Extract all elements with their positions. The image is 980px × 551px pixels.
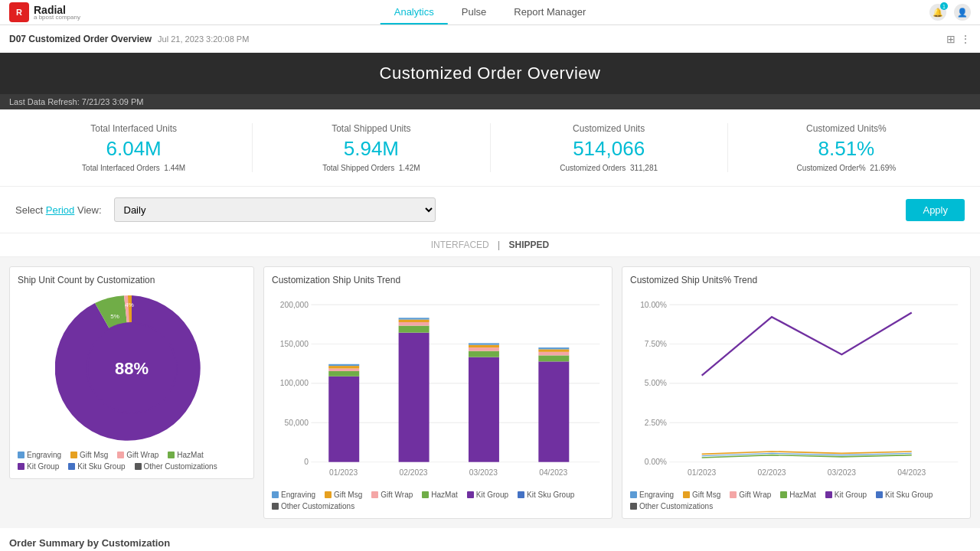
nav-tabs: Analytics Pulse Report Manager — [381, 0, 600, 24]
breadcrumb-date: Jul 21, 2023 3:20:08 PM — [158, 34, 249, 44]
bar-legend-dot-giftwrap — [371, 491, 378, 498]
user-icon[interactable]: 👤 — [954, 4, 971, 21]
bar-03-giftmsg — [469, 345, 499, 347]
breadcrumb-left: D07 Customized Order Overview Jul 21, 20… — [9, 34, 249, 44]
line-x-02: 02/2023 — [757, 468, 786, 477]
toggle-interfaced[interactable]: INTERFACED — [431, 240, 489, 250]
pie-legend: Engraving Gift Msg Gift Wrap HazMat Kit … — [18, 451, 246, 471]
bar-legend-giftwrap: Gift Wrap — [371, 491, 413, 499]
line-legend-hazmat: HazMat — [780, 491, 815, 499]
line-chart-title: Customized Ship Units% Trend — [630, 275, 962, 285]
notification-icon[interactable]: 🔔 1 — [929, 4, 946, 21]
nav-right: 🔔 1 👤 — [929, 4, 980, 21]
top-navigation: R Radial a bpost company Analytics Pulse… — [0, 0, 980, 25]
legend-dot-giftwrap — [117, 452, 124, 458]
bar-x-01: 01/2023 — [329, 468, 358, 477]
kpi-customized-units-pct: Customized Units% 8.51% Customized Order… — [728, 123, 965, 172]
line-legend-giftwrap: Gift Wrap — [730, 491, 771, 499]
kpi-sub-1: Total Shipped Orders 1.42M — [260, 164, 482, 172]
tab-pulse[interactable]: Pulse — [448, 0, 501, 24]
bar-legend-dot-kitgroup — [467, 491, 474, 498]
bar-legend-dot-hazmat — [422, 491, 429, 498]
kpi-customized-units: Customized Units 514,066 Customized Orde… — [491, 123, 728, 172]
line-legend-dot-kitgroup — [825, 491, 832, 498]
breadcrumb-icons: ⊞ ⋮ — [946, 33, 971, 45]
bar-02-engraving — [399, 318, 430, 319]
pie-chart-panel: Ship Unit Count by Customization 88% 5% … — [9, 266, 254, 479]
kpi-value-2: 514,066 — [498, 137, 720, 161]
bar-chart-panel: Customization Ship Units Trend 200,000 1… — [263, 266, 612, 519]
line-y-0: 0.00% — [645, 458, 667, 466]
bar-01-giftmsg — [328, 366, 359, 368]
logo-text: Radial a bpost company — [34, 4, 80, 21]
page-header: Customized Order Overview — [0, 53, 980, 94]
line-chart-panel: Customized Ship Units% Trend 10.00% 7.50… — [622, 266, 971, 519]
bar-chart-svg: 200,000 150,000 100,000 50,000 0 — [272, 292, 604, 484]
kpi-total-shipped-units: Total Shipped Units 5.94M Total Shipped … — [253, 123, 490, 172]
line-legend-dot-engraving — [630, 491, 637, 498]
more-options-icon[interactable]: ⋮ — [960, 33, 971, 45]
bar-legend-dot-kitsku — [518, 491, 524, 498]
kpi-sub-0: Total Interfaced Orders 1.44M — [23, 164, 244, 172]
apply-button[interactable]: Apply — [906, 199, 965, 221]
bar-legend-other: Other Customizations — [272, 502, 354, 510]
bar-legend-hazmat: HazMat — [422, 491, 457, 499]
tab-analytics[interactable]: Analytics — [381, 0, 448, 24]
kpi-label-0: Total Interfaced Units — [23, 123, 244, 134]
line-x-01: 01/2023 — [688, 468, 716, 477]
bar-legend-kitgroup: Kit Group — [467, 491, 508, 499]
legend-dot-kitgroup — [18, 463, 24, 470]
legend-dot-other — [135, 463, 142, 470]
line-legend-dot-hazmat — [780, 491, 787, 498]
line-y-5: 5.00% — [645, 379, 667, 387]
tab-report-manager[interactable]: Report Manager — [500, 0, 599, 24]
line-legend-kitgroup: Kit Group — [825, 491, 867, 499]
filter-label: Select Period View: — [15, 204, 102, 216]
kpi-label-2: Customized Units — [498, 123, 720, 134]
table-section-title: Order Summary by Customization — [9, 534, 971, 551]
page-title: Customized Order Overview — [11, 64, 969, 83]
line-y-75: 7.50% — [645, 340, 667, 348]
charts-area: Ship Unit Count by Customization 88% 5% … — [0, 257, 980, 528]
bar-legend-dot-engraving — [272, 491, 279, 498]
kpi-value-0: 6.04M — [23, 137, 244, 161]
line-legend-engraving: Engraving — [630, 491, 674, 499]
line-legend-giftmsg: Gift Msg — [683, 491, 720, 499]
kpi-label-3: Customized Units% — [736, 123, 957, 134]
line-legend-dot-giftwrap — [730, 491, 737, 498]
pie-center-label: 88% — [115, 359, 149, 378]
bar-04-engraving — [538, 347, 569, 349]
legend-dot-kitskugroup — [68, 463, 75, 470]
bar-04-hazmat — [538, 355, 569, 361]
line-legend-kitsku: Kit Sku Group — [876, 491, 933, 499]
bar-x-04: 04/2023 — [539, 468, 567, 477]
toggle-shipped[interactable]: SHIPPED — [509, 240, 550, 250]
bar-y-50k: 50,000 — [285, 419, 309, 427]
kpi-sub-3: Customized Order% 21.69% — [736, 164, 957, 172]
breadcrumb-title: D07 Customized Order Overview — [9, 34, 152, 44]
bar-legend-dot-giftmsg — [325, 491, 332, 498]
legend-dot-giftmsg — [70, 452, 77, 458]
line-legend-dot-other — [630, 503, 637, 510]
pie-chart: 88% 5% 4% — [55, 292, 208, 445]
line-y-10: 10.00% — [640, 301, 667, 309]
bar-02-kitgroup — [399, 333, 430, 462]
expand-icon[interactable]: ⊞ — [946, 33, 956, 45]
bar-03-hazmat — [469, 351, 499, 357]
bar-y-150k: 150,000 — [280, 340, 309, 348]
legend-kitgroup: Kit Group — [18, 462, 59, 471]
pie-chart-title: Ship Unit Count by Customization — [18, 275, 246, 285]
bar-01-hazmat — [328, 371, 359, 377]
logo-icon: R — [9, 2, 29, 22]
kpi-row: Total Interfaced Units 6.04M Total Inter… — [0, 109, 980, 187]
line-chart-svg: 10.00% 7.50% 5.00% 2.50% 0.00% 01 — [630, 292, 962, 484]
bar-01-giftwrap — [328, 369, 359, 371]
last-refresh: Last Data Refresh: 7/21/23 3:09 PM — [0, 94, 980, 109]
bar-legend: Engraving Gift Msg Gift Wrap HazMat Kit … — [272, 491, 604, 510]
kpi-total-interfaced-units: Total Interfaced Units 6.04M Total Inter… — [15, 123, 253, 172]
legend-other: Other Customizations — [135, 462, 217, 471]
period-select[interactable]: Daily Weekly Monthly — [114, 197, 436, 222]
bar-04-kitgroup — [538, 361, 569, 461]
line-hazmat — [702, 455, 912, 458]
kpi-label-1: Total Shipped Units — [260, 123, 482, 134]
